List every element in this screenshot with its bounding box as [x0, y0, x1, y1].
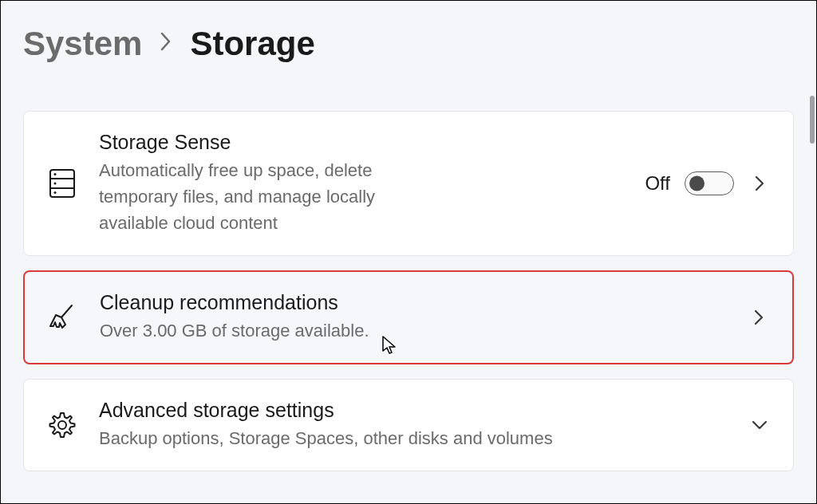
svg-line-6 [61, 305, 72, 317]
svg-point-7 [58, 421, 66, 429]
advanced-storage-card[interactable]: Advanced storage settings Backup options… [23, 379, 794, 471]
drive-icon [46, 167, 78, 199]
breadcrumb-parent[interactable]: System [23, 25, 142, 63]
storage-sense-toggle[interactable] [685, 171, 734, 195]
chevron-down-icon[interactable] [748, 414, 771, 436]
chevron-right-icon [158, 30, 174, 59]
breadcrumb-current: Storage [190, 25, 314, 63]
breadcrumb: System Storage [23, 25, 794, 63]
svg-point-3 [54, 173, 57, 175]
advanced-subtitle: Backup options, Storage Spaces, other di… [99, 425, 657, 451]
chevron-right-icon[interactable] [748, 306, 770, 329]
storage-sense-card[interactable]: Storage Sense Automatically free up spac… [23, 111, 794, 256]
storage-sense-subtitle: Automatically free up space, delete temp… [99, 157, 434, 236]
gear-icon [46, 409, 78, 441]
scrollbar[interactable] [810, 96, 815, 144]
cleanup-content: Cleanup recommendations Over 3.00 GB of … [100, 291, 727, 344]
cleanup-recommendations-card[interactable]: Cleanup recommendations Over 3.00 GB of … [23, 270, 794, 364]
chevron-right-icon[interactable] [748, 172, 771, 195]
advanced-title: Advanced storage settings [99, 399, 728, 422]
cleanup-subtitle: Over 3.00 GB of storage available. [100, 317, 658, 344]
storage-sense-content: Storage Sense Automatically free up spac… [99, 131, 624, 236]
toggle-state-label: Off [645, 172, 670, 195]
svg-point-5 [54, 191, 57, 194]
advanced-content: Advanced storage settings Backup options… [99, 399, 728, 451]
cleanup-title: Cleanup recommendations [100, 291, 727, 314]
toggle-knob [689, 176, 705, 191]
svg-point-4 [54, 183, 57, 185]
storage-sense-title: Storage Sense [99, 131, 624, 154]
broom-icon [47, 301, 79, 333]
